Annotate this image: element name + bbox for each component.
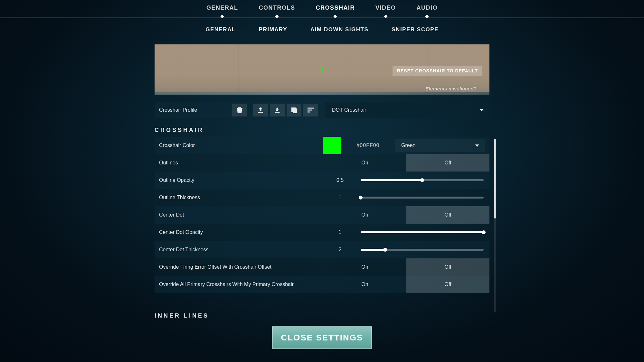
section-header-inner-lines: INNER LINES: [155, 312, 489, 319]
toggle-outlines: On Off: [323, 154, 489, 172]
reset-crosshair-button[interactable]: RESET CROSSHAIR TO DEFAULT: [393, 66, 482, 76]
crosshair-profile-row: Crosshair Profile DOT Crosshair: [155, 102, 489, 118]
override-firing-on[interactable]: On: [323, 258, 406, 276]
toggle-center-dot: On Off: [323, 206, 489, 224]
preview-floor: [155, 92, 489, 95]
toggle-override-primary: On Off: [323, 276, 489, 293]
override-primary-on[interactable]: On: [323, 276, 406, 293]
color-hex-input[interactable]: #00FF00: [341, 143, 395, 148]
settings-panel: RESET CROSSHAIR TO DEFAULT Elements misa…: [155, 44, 489, 322]
override-primary-off[interactable]: Off: [406, 276, 489, 293]
chevron-down-icon: [475, 144, 479, 147]
slider-thumb[interactable]: [482, 230, 486, 234]
value-outline-thickness[interactable]: 1: [323, 195, 357, 200]
label-override-primary: Override All Primary Crosshairs With My …: [159, 282, 323, 287]
subtab-primary[interactable]: PRIMARY: [259, 26, 287, 33]
label-center-dot-opacity: Center Dot Opacity: [159, 229, 323, 235]
chevron-down-icon: [480, 109, 484, 111]
override-firing-off[interactable]: Off: [406, 258, 489, 276]
row-crosshair-color: Crosshair Color #00FF00 Green: [155, 137, 489, 154]
subtab-general[interactable]: GENERAL: [205, 26, 236, 33]
label-outlines: Outlines: [159, 160, 323, 166]
slider-thumb[interactable]: [359, 196, 363, 200]
slider-track: [361, 197, 484, 199]
sub-nav: GENERAL PRIMARY AIM DOWN SIGHTS SNIPER S…: [0, 26, 644, 33]
section-header-crosshair: CROSSHAIR: [155, 127, 489, 134]
row-center-dot: Center Dot On Off: [155, 206, 489, 224]
row-outline-thickness: Outline Thickness 1: [155, 189, 489, 206]
color-name-select[interactable]: Green: [395, 139, 485, 152]
crosshair-profile-label: Crosshair Profile: [155, 102, 231, 118]
crosshair-preview: RESET CROSSHAIR TO DEFAULT Elements misa…: [155, 44, 489, 95]
download-icon: [274, 107, 280, 113]
slider-thumb[interactable]: [383, 248, 387, 252]
tab-general[interactable]: GENERAL: [206, 5, 238, 17]
slider-fill: [361, 249, 385, 251]
settings-scrollbar[interactable]: [494, 139, 496, 312]
misaligned-link[interactable]: Elements misaligned?: [425, 86, 477, 91]
slider-fill: [361, 231, 484, 233]
value-outline-opacity[interactable]: 0.5: [323, 177, 357, 183]
label-outline-thickness: Outline Thickness: [159, 195, 323, 200]
separator: [250, 106, 250, 114]
upload-icon: [257, 107, 264, 113]
color-swatch[interactable]: [323, 137, 341, 154]
crosshair-profile-select[interactable]: DOT Crosshair: [325, 102, 489, 118]
top-nav: GENERAL CONTROLS CROSSHAIR VIDEO AUDIO: [0, 5, 644, 17]
row-outline-opacity: Outline Opacity 0.5: [155, 172, 489, 189]
row-override-firing: Override Firing Error Offset With Crossh…: [155, 258, 489, 276]
slider-center-dot-opacity[interactable]: [361, 231, 484, 233]
svg-rect-1: [293, 109, 297, 113]
center-dot-on[interactable]: On: [323, 206, 406, 224]
list-icon: [308, 107, 314, 113]
import-profile-button[interactable]: [270, 104, 285, 116]
export-profile-button[interactable]: [253, 104, 268, 116]
outlines-on[interactable]: On: [323, 154, 406, 172]
outlines-off[interactable]: Off: [406, 154, 489, 172]
close-settings-button[interactable]: CLOSE SETTINGS: [272, 326, 372, 349]
color-name-value: Green: [401, 143, 415, 148]
label-center-dot: Center Dot: [159, 212, 323, 218]
crosshair-profile-value: DOT Crosshair: [332, 107, 366, 113]
scrollbar-thumb[interactable]: [494, 139, 496, 218]
label-outline-opacity: Outline Opacity: [159, 177, 323, 183]
trash-icon: [237, 107, 242, 113]
value-center-dot-opacity[interactable]: 1: [323, 229, 357, 235]
subtab-sniper[interactable]: SNIPER SCOPE: [392, 26, 439, 33]
tab-audio[interactable]: AUDIO: [417, 5, 438, 17]
slider-center-dot-thickness[interactable]: [361, 249, 484, 251]
copy-icon: [291, 107, 297, 113]
label-center-dot-thickness: Center Dot Thickness: [159, 247, 323, 253]
label-override-firing: Override Firing Error Offset With Crossh…: [159, 264, 323, 270]
slider-outline-thickness[interactable]: [361, 197, 484, 199]
tab-video[interactable]: VIDEO: [375, 5, 396, 17]
toggle-override-firing: On Off: [323, 258, 489, 276]
slider-fill: [361, 179, 422, 181]
list-profiles-button[interactable]: [303, 104, 318, 116]
delete-profile-button[interactable]: [232, 104, 247, 116]
row-outlines: Outlines On Off: [155, 154, 489, 172]
settings-scroll: Crosshair Color #00FF00 Green Outlines O…: [155, 137, 489, 293]
tab-controls[interactable]: CONTROLS: [259, 5, 295, 17]
row-center-dot-thickness: Center Dot Thickness 2: [155, 241, 489, 258]
profile-icon-group: [231, 102, 321, 118]
tab-crosshair[interactable]: CROSSHAIR: [316, 5, 355, 17]
crosshair-dot: [321, 69, 323, 71]
center-dot-off[interactable]: Off: [406, 206, 489, 224]
slider-thumb[interactable]: [420, 178, 424, 182]
top-divider: [0, 17, 644, 18]
row-override-primary: Override All Primary Crosshairs With My …: [155, 276, 489, 293]
slider-outline-opacity[interactable]: [361, 179, 484, 181]
value-center-dot-thickness[interactable]: 2: [323, 247, 357, 253]
row-center-dot-opacity: Center Dot Opacity 1: [155, 224, 489, 241]
subtab-ads[interactable]: AIM DOWN SIGHTS: [310, 26, 368, 33]
copy-profile-button[interactable]: [287, 104, 301, 116]
label-crosshair-color: Crosshair Color: [159, 143, 323, 148]
